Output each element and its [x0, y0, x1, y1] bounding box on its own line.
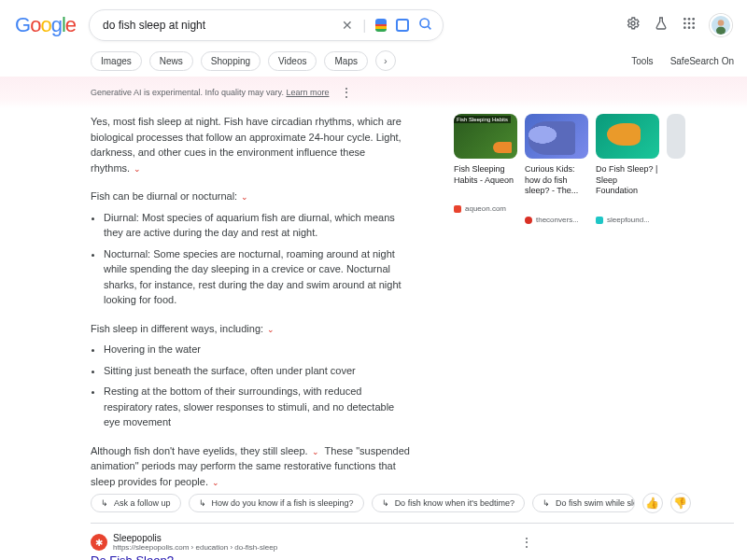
- svg-point-4: [688, 18, 691, 21]
- ai-disclaimer: Generative AI is experimental. Info qual…: [91, 88, 329, 97]
- svg-point-6: [684, 22, 686, 25]
- tab-videos[interactable]: Videos: [268, 51, 317, 71]
- search-bar[interactable]: ✕ |: [89, 9, 444, 41]
- svg-point-11: [692, 26, 695, 29]
- learn-more-link[interactable]: Learn more: [286, 88, 329, 97]
- svg-point-3: [684, 18, 686, 21]
- tools-link[interactable]: Tools: [631, 56, 653, 66]
- more-options-icon[interactable]: ⋮: [340, 85, 353, 100]
- svg-point-9: [684, 26, 686, 29]
- svg-point-10: [688, 26, 691, 29]
- mic-icon[interactable]: [375, 19, 387, 32]
- list-item: Sitting just beneath the surface, often …: [104, 363, 413, 379]
- svg-point-5: [692, 18, 695, 21]
- expand-icon[interactable]: ⌄: [267, 325, 275, 334]
- source-card[interactable]: Do Fish Sleep? | Sleep Foundation sleepf…: [596, 114, 659, 489]
- svg-point-13: [718, 20, 725, 26]
- tab-maps[interactable]: Maps: [324, 51, 367, 71]
- source-card-partial[interactable]: [667, 114, 685, 489]
- tab-shopping[interactable]: Shopping: [201, 51, 261, 71]
- suggestion-chip[interactable]: ↳Do fish swim while sleeping?: [532, 494, 635, 512]
- avatar[interactable]: [710, 14, 732, 36]
- search-icon[interactable]: [418, 17, 433, 35]
- svg-point-0: [420, 19, 429, 27]
- source-card[interactable]: Curious Kids: how do fish sleep? - The..…: [525, 114, 588, 489]
- apps-icon[interactable]: [682, 16, 697, 35]
- svg-rect-14: [716, 27, 726, 35]
- google-logo[interactable]: Google: [15, 13, 76, 37]
- labs-icon[interactable]: [654, 16, 669, 35]
- ai-answer: Yes, most fish sleep at night. Fish have…: [91, 114, 413, 489]
- favicon: ✱: [91, 534, 107, 551]
- gear-icon[interactable]: [626, 16, 641, 35]
- thumbs-down-icon[interactable]: 👎: [670, 493, 691, 513]
- svg-point-2: [631, 21, 635, 25]
- tab-news[interactable]: News: [149, 51, 193, 71]
- expand-icon[interactable]: ⌄: [134, 164, 141, 174]
- source-card[interactable]: Fish Sleeping Habits Fish Sleeping Habit…: [454, 114, 517, 489]
- suggestion-chip[interactable]: ↳How do you know if a fish is sleeping?: [189, 494, 364, 512]
- list-item: Nocturnal: Some species are nocturnal, r…: [104, 246, 413, 308]
- search-result[interactable]: ✱ Sleepopolis https://sleepopolis.com › …: [0, 524, 747, 560]
- clear-icon[interactable]: ✕: [342, 18, 353, 33]
- more-tabs-icon[interactable]: ›: [375, 50, 396, 71]
- tab-images[interactable]: Images: [91, 51, 142, 71]
- list-item: Hovering in the water: [104, 342, 413, 357]
- svg-point-8: [692, 22, 695, 25]
- source-cards: Fish Sleeping Habits Fish Sleeping Habit…: [454, 114, 734, 489]
- result-menu-icon[interactable]: ⋮: [520, 535, 533, 550]
- followup-chip[interactable]: ↳Ask a follow up: [91, 494, 181, 512]
- expand-icon[interactable]: ⌄: [212, 478, 219, 487]
- result-title[interactable]: Do Fish Sleep?: [91, 553, 747, 560]
- thumbs-up-icon[interactable]: 👍: [642, 493, 663, 513]
- svg-point-7: [688, 22, 691, 25]
- lens-icon[interactable]: [396, 19, 409, 32]
- suggestion-chip[interactable]: ↳Do fish know when it's bedtime?: [372, 494, 525, 512]
- expand-icon[interactable]: ⌄: [241, 192, 248, 202]
- search-input[interactable]: [103, 19, 336, 32]
- list-item: Resting at the bottom of their surroundi…: [104, 384, 413, 430]
- svg-line-1: [428, 26, 430, 29]
- safesearch-link[interactable]: SafeSearch On: [670, 56, 734, 66]
- list-item: Diurnal: Most species of aquarium fish a…: [104, 210, 413, 241]
- expand-icon[interactable]: ⌄: [312, 447, 319, 456]
